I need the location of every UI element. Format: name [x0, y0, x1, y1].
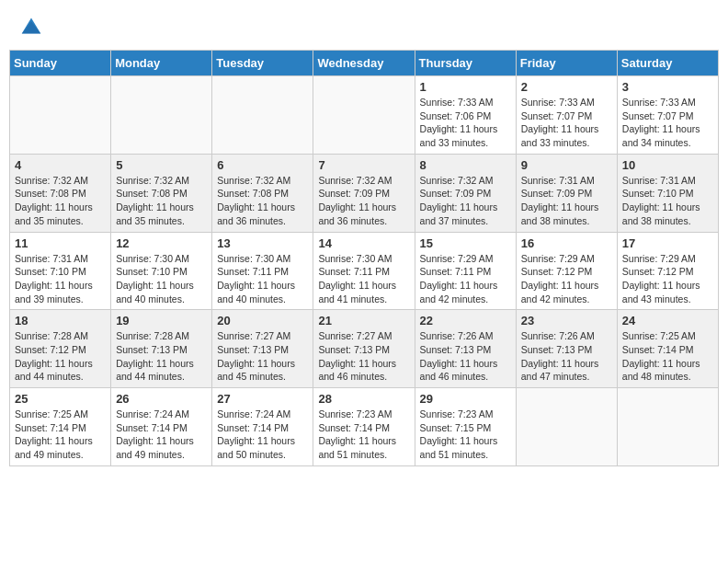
day-number: 25 — [15, 392, 106, 406]
day-info: Sunrise: 7:29 AMSunset: 7:12 PMDaylight:… — [521, 252, 612, 306]
day-info: Sunrise: 7:25 AMSunset: 7:14 PMDaylight:… — [15, 408, 106, 462]
day-info: Sunrise: 7:30 AMSunset: 7:10 PMDaylight:… — [116, 252, 207, 306]
day-number: 16 — [521, 236, 612, 250]
day-cell: 9Sunrise: 7:31 AMSunset: 7:09 PMDaylight… — [516, 154, 617, 232]
day-number: 17 — [622, 236, 713, 250]
day-cell: 6Sunrise: 7:32 AMSunset: 7:08 PMDaylight… — [212, 154, 313, 232]
day-cell: 19Sunrise: 7:28 AMSunset: 7:13 PMDayligh… — [111, 310, 212, 388]
day-number: 1 — [420, 80, 511, 94]
day-cell: 25Sunrise: 7:25 AMSunset: 7:14 PMDayligh… — [10, 388, 111, 466]
day-number: 15 — [420, 236, 511, 250]
day-number: 23 — [521, 314, 612, 327]
header-wednesday: Wednesday — [313, 51, 415, 76]
day-info: Sunrise: 7:31 AMSunset: 7:10 PMDaylight:… — [15, 252, 106, 306]
day-number: 29 — [420, 392, 511, 406]
day-info: Sunrise: 7:32 AMSunset: 7:09 PMDaylight:… — [420, 174, 511, 228]
logo — [17, 13, 44, 39]
day-cell: 5Sunrise: 7:32 AMSunset: 7:08 PMDaylight… — [111, 154, 212, 232]
calendar-body: 1Sunrise: 7:33 AMSunset: 7:06 PMDaylight… — [10, 76, 719, 466]
day-cell: 21Sunrise: 7:27 AMSunset: 7:13 PMDayligh… — [313, 310, 415, 388]
day-info: Sunrise: 7:31 AMSunset: 7:10 PMDaylight:… — [622, 174, 713, 228]
day-info: Sunrise: 7:24 AMSunset: 7:14 PMDaylight:… — [217, 408, 308, 462]
day-info: Sunrise: 7:32 AMSunset: 7:08 PMDaylight:… — [15, 174, 106, 228]
week-row-2: 4Sunrise: 7:32 AMSunset: 7:08 PMDaylight… — [10, 154, 719, 232]
header-saturday: Saturday — [617, 51, 718, 76]
day-cell: 28Sunrise: 7:23 AMSunset: 7:14 PMDayligh… — [313, 388, 415, 466]
day-number: 10 — [622, 158, 713, 172]
day-info: Sunrise: 7:32 AMSunset: 7:08 PMDaylight:… — [217, 174, 308, 228]
page-header — [9, 9, 719, 42]
day-cell: 12Sunrise: 7:30 AMSunset: 7:10 PMDayligh… — [111, 232, 212, 310]
day-info: Sunrise: 7:26 AMSunset: 7:13 PMDaylight:… — [420, 329, 511, 384]
day-cell: 15Sunrise: 7:29 AMSunset: 7:11 PMDayligh… — [415, 232, 516, 310]
day-cell: 11Sunrise: 7:31 AMSunset: 7:10 PMDayligh… — [10, 232, 111, 310]
logo-icon — [18, 13, 44, 39]
day-info: Sunrise: 7:33 AMSunset: 7:07 PMDaylight:… — [622, 96, 713, 150]
day-number: 4 — [15, 158, 106, 172]
day-cell: 16Sunrise: 7:29 AMSunset: 7:12 PMDayligh… — [516, 232, 617, 310]
day-info: Sunrise: 7:29 AMSunset: 7:12 PMDaylight:… — [622, 252, 713, 306]
day-info: Sunrise: 7:27 AMSunset: 7:13 PMDaylight:… — [318, 329, 409, 384]
day-number: 21 — [318, 314, 409, 327]
week-row-4: 18Sunrise: 7:28 AMSunset: 7:12 PMDayligh… — [10, 310, 719, 388]
day-info: Sunrise: 7:32 AMSunset: 7:08 PMDaylight:… — [116, 174, 207, 228]
header-friday: Friday — [516, 51, 617, 76]
day-info: Sunrise: 7:30 AMSunset: 7:11 PMDaylight:… — [318, 252, 409, 306]
day-number: 19 — [116, 314, 207, 327]
day-number: 24 — [622, 314, 713, 327]
header-row: SundayMondayTuesdayWednesdayThursdayFrid… — [10, 51, 719, 76]
header-thursday: Thursday — [415, 51, 516, 76]
day-number: 14 — [318, 236, 409, 250]
day-number: 9 — [521, 158, 612, 172]
day-info: Sunrise: 7:26 AMSunset: 7:13 PMDaylight:… — [521, 329, 612, 384]
day-info: Sunrise: 7:33 AMSunset: 7:07 PMDaylight:… — [521, 96, 612, 150]
day-cell: 3Sunrise: 7:33 AMSunset: 7:07 PMDaylight… — [617, 76, 718, 155]
day-cell: 23Sunrise: 7:26 AMSunset: 7:13 PMDayligh… — [516, 310, 617, 388]
day-cell — [212, 76, 313, 155]
day-cell: 17Sunrise: 7:29 AMSunset: 7:12 PMDayligh… — [617, 232, 718, 310]
day-cell: 18Sunrise: 7:28 AMSunset: 7:12 PMDayligh… — [10, 310, 111, 388]
day-info: Sunrise: 7:28 AMSunset: 7:12 PMDaylight:… — [15, 329, 106, 384]
day-cell: 7Sunrise: 7:32 AMSunset: 7:09 PMDaylight… — [313, 154, 415, 232]
day-cell: 22Sunrise: 7:26 AMSunset: 7:13 PMDayligh… — [415, 310, 516, 388]
day-info: Sunrise: 7:32 AMSunset: 7:09 PMDaylight:… — [318, 174, 409, 228]
day-cell — [313, 76, 415, 155]
day-info: Sunrise: 7:29 AMSunset: 7:11 PMDaylight:… — [420, 252, 511, 306]
day-number: 7 — [318, 158, 409, 172]
day-number: 5 — [116, 158, 207, 172]
day-number: 26 — [116, 392, 207, 406]
day-info: Sunrise: 7:23 AMSunset: 7:15 PMDaylight:… — [420, 408, 511, 462]
calendar-header: SundayMondayTuesdayWednesdayThursdayFrid… — [10, 51, 719, 76]
week-row-3: 11Sunrise: 7:31 AMSunset: 7:10 PMDayligh… — [10, 232, 719, 310]
day-cell: 13Sunrise: 7:30 AMSunset: 7:11 PMDayligh… — [212, 232, 313, 310]
day-cell: 4Sunrise: 7:32 AMSunset: 7:08 PMDaylight… — [10, 154, 111, 232]
header-tuesday: Tuesday — [212, 51, 313, 76]
header-sunday: Sunday — [10, 51, 111, 76]
day-info: Sunrise: 7:23 AMSunset: 7:14 PMDaylight:… — [318, 408, 409, 462]
day-number: 11 — [15, 236, 106, 250]
day-cell: 8Sunrise: 7:32 AMSunset: 7:09 PMDaylight… — [415, 154, 516, 232]
day-info: Sunrise: 7:30 AMSunset: 7:11 PMDaylight:… — [217, 252, 308, 306]
day-number: 8 — [420, 158, 511, 172]
day-number: 20 — [217, 314, 308, 327]
week-row-5: 25Sunrise: 7:25 AMSunset: 7:14 PMDayligh… — [10, 388, 719, 466]
day-cell — [111, 76, 212, 155]
day-number: 27 — [217, 392, 308, 406]
header-monday: Monday — [111, 51, 212, 76]
day-cell: 29Sunrise: 7:23 AMSunset: 7:15 PMDayligh… — [415, 388, 516, 466]
svg-marker-1 — [22, 21, 41, 33]
day-number: 3 — [622, 80, 713, 94]
day-info: Sunrise: 7:28 AMSunset: 7:13 PMDaylight:… — [116, 329, 207, 384]
day-info: Sunrise: 7:25 AMSunset: 7:14 PMDaylight:… — [622, 329, 713, 384]
day-cell — [617, 388, 718, 466]
day-cell: 27Sunrise: 7:24 AMSunset: 7:14 PMDayligh… — [212, 388, 313, 466]
day-number: 6 — [217, 158, 308, 172]
day-cell: 1Sunrise: 7:33 AMSunset: 7:06 PMDaylight… — [415, 76, 516, 155]
week-row-1: 1Sunrise: 7:33 AMSunset: 7:06 PMDaylight… — [10, 76, 719, 155]
day-info: Sunrise: 7:31 AMSunset: 7:09 PMDaylight:… — [521, 174, 612, 228]
day-info: Sunrise: 7:24 AMSunset: 7:14 PMDaylight:… — [116, 408, 207, 462]
day-cell: 10Sunrise: 7:31 AMSunset: 7:10 PMDayligh… — [617, 154, 718, 232]
day-number: 2 — [521, 80, 612, 94]
day-number: 12 — [116, 236, 207, 250]
calendar-table: SundayMondayTuesdayWednesdayThursdayFrid… — [9, 50, 719, 466]
